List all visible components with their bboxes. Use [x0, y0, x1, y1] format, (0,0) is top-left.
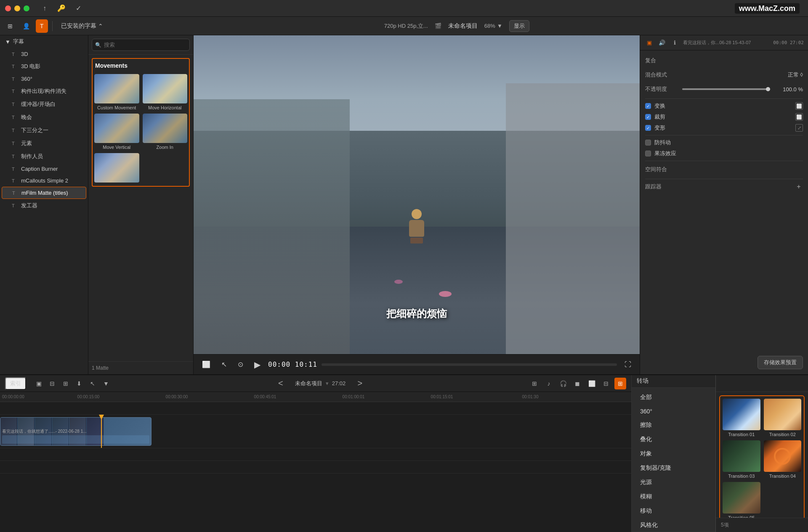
close-button[interactable] — [5, 5, 11, 11]
media-item-zoom-in[interactable]: Zoom In — [143, 114, 188, 150]
media-search-input[interactable] — [92, 39, 190, 51]
transition-item-01[interactable]: Transition 01 — [723, 399, 760, 437]
toolbar-text-btn[interactable]: T — [36, 19, 48, 33]
media-item-label-custom-movement: Custom Movement — [94, 105, 139, 110]
inspector-info-btn[interactable]: ℹ — [670, 38, 680, 48]
sidebar-item-label-appear: 构件出现/构件消失 — [21, 87, 66, 95]
timeline-main: 索引 ▣ ⊟ ⊞ ⬇ ↖ ▼ < 未命名项目 ▾ 27:02 > ⊞ ♪ — [0, 375, 631, 532]
check-button[interactable]: ✓ — [72, 3, 85, 14]
inspector-transform-expand-icon[interactable]: ⬜ — [795, 102, 803, 110]
crop-tool-btn[interactable]: ⬜ — [199, 359, 214, 370]
sidebar-item-appear[interactable]: T 构件出现/构件消失 — [2, 85, 86, 98]
subtitle-selector[interactable]: 已安装的字幕 ⌃ — [57, 19, 107, 33]
timeline-solo-btn[interactable]: ◼ — [571, 378, 583, 389]
timeline-video-btn[interactable]: ⬜ — [586, 378, 598, 389]
toolbar-center: 720p HD 25p,立... 🎬 未命名项目 68% ▼ 显示 — [109, 20, 805, 32]
text-icon-3d-film: T — [12, 64, 18, 69]
timeline-audio-btn[interactable]: ♪ — [543, 378, 555, 389]
inspector-crop-checkbox[interactable] — [645, 114, 651, 120]
sidebar-item-caption-burner[interactable]: T Caption Burner — [2, 163, 86, 175]
media-item-move-vertical[interactable]: Move Vertical — [94, 114, 139, 150]
inspector-blend-mode-label: 混合模式 — [645, 71, 679, 79]
sidebar-item-3d-film[interactable]: T 3D 电影 — [2, 60, 86, 73]
timeline-clip-btn[interactable]: ⊟ — [600, 378, 612, 389]
transition-item-04[interactable]: Transition 04 — [764, 440, 802, 479]
transition-item-02[interactable]: Transition 02 — [764, 399, 802, 437]
timeline-index-btn[interactable]: 索引 — [5, 377, 26, 390]
timeline-view-3-btn[interactable]: ⊞ — [60, 378, 72, 389]
toolbar-face-btn[interactable]: 👤 — [19, 19, 34, 33]
inspector-distort-expand-icon[interactable]: ⤢ — [795, 124, 803, 132]
sidebar-item-party[interactable]: T 晚会 — [2, 111, 86, 124]
sidebar-item-mcallouts[interactable]: T mCallouts Simple 2 — [2, 175, 86, 186]
timeline-tracks-area: 看完这段话，你就想通了......- 2022-06-28 1... — [0, 402, 631, 532]
track-2: 看完这段话，你就想通了......- 2022-06-28 1... — [0, 415, 631, 448]
fullscreen-btn[interactable]: ⛶ — [621, 359, 635, 370]
sidebar-item-staff[interactable]: T 制作人员 — [2, 150, 86, 163]
minimize-button[interactable] — [14, 5, 20, 11]
zoom-control[interactable]: 68% ▼ — [484, 23, 502, 29]
media-item-move-horizontal[interactable]: Move Horizontal — [143, 74, 188, 110]
inspector-video-btn[interactable]: ▣ — [644, 38, 654, 48]
store-effects-btn[interactable]: 存储效果预置 — [758, 356, 803, 369]
inspector-divider-2 — [645, 135, 803, 135]
inspector-freeze-checkbox[interactable] — [645, 151, 651, 156]
transitions-grid-header-spacer — [716, 375, 808, 392]
sidebar-item-buffer[interactable]: T 缓冲器/开场白 — [2, 98, 86, 111]
sidebar-item-360[interactable]: T 360° — [2, 73, 86, 85]
sidebar-item-label-more: 发工器 — [21, 202, 37, 209]
main-video-clip[interactable]: 看完这段话，你就想通了......- 2022-06-28 1... — [0, 417, 152, 446]
motion-tool-btn[interactable]: ⊙ — [234, 359, 247, 370]
watermark: www.MacZ.com — [735, 3, 800, 13]
play-btn[interactable]: ▶ — [251, 358, 264, 371]
inspector-distort-checkbox[interactable] — [645, 125, 651, 131]
transition-item-03[interactable]: Transition 03 — [723, 440, 760, 479]
maximize-button[interactable] — [24, 5, 29, 11]
sidebar-item-label-3d-film: 3D 电影 — [21, 63, 40, 70]
timeline-next-btn[interactable]: > — [354, 378, 366, 389]
text-icon-caption-burner: T — [12, 167, 18, 172]
sidebar-item-element[interactable]: T 元素 — [2, 137, 86, 150]
inspector-freeze-label: 果冻效应 — [654, 150, 676, 157]
timeline-view-dropdown-btn[interactable]: ⬇ — [73, 378, 85, 389]
timeline-headphone-btn[interactable]: 🎧 — [557, 378, 569, 389]
inspector-stabilize-checkbox[interactable] — [645, 140, 651, 146]
sidebar-item-more[interactable]: T 发工器 — [2, 199, 86, 212]
inspector-audio-btn[interactable]: 🔊 — [657, 38, 667, 48]
media-search-area: 🔍 — [88, 35, 193, 55]
inspector-crop-expand-icon[interactable]: ⬜ — [795, 113, 803, 121]
timeline-snap-btn[interactable]: ⊞ — [529, 378, 540, 389]
timeline-transition-btn[interactable]: ⊞ — [614, 378, 626, 389]
ruler-mark-1: 00:00:15:00 — [77, 394, 100, 399]
sidebar-item-lower-third[interactable]: T 下三分之一 — [2, 124, 86, 137]
transition-label-02: Transition 02 — [764, 432, 802, 437]
inspector-tracker-add-btn[interactable]: + — [795, 183, 803, 191]
inspector-icon-group: ▣ 🔊 ℹ — [644, 38, 680, 48]
sidebar-item-3d[interactable]: T 3D — [2, 48, 86, 60]
preview-progress-bar[interactable] — [322, 363, 617, 366]
media-item-5[interactable] — [94, 153, 139, 184]
preview-video: 把细碎的烦恼 — [194, 35, 640, 354]
display-button[interactable]: 显示 — [509, 20, 529, 32]
timeline-select-dropdown-btn[interactable]: ▼ — [100, 378, 112, 389]
share-button[interactable]: ↑ — [38, 3, 51, 14]
inspector-blend-mode-value[interactable]: 正常 ◊ — [679, 71, 803, 79]
inspector-transform-checkbox[interactable] — [645, 103, 651, 109]
timeline-select-btn[interactable]: ↖ — [87, 378, 98, 389]
timeline-view-2-btn[interactable]: ⊟ — [46, 378, 58, 389]
inspector-divider-3 — [645, 161, 803, 161]
media-item-custom-movement[interactable]: Custom Movement — [94, 74, 139, 110]
transition-thumb-03 — [723, 440, 760, 472]
timeline-view-1-btn[interactable]: ▣ — [33, 378, 45, 389]
transitions-grid-content: Transition 01 Transition 02 Transi — [716, 392, 808, 518]
ruler-mark-4: 00:01:00:01 — [343, 394, 365, 399]
transition-item-05[interactable]: Transition 05 — [723, 482, 760, 518]
inspector-opacity-slider[interactable] — [682, 88, 770, 90]
timeline-prev-btn[interactable]: < — [275, 378, 287, 389]
sidebar-item-mfilm-matte[interactable]: T mFilm Matte (titles) — [2, 187, 86, 199]
toolbar-media-btn[interactable]: ⊞ — [3, 19, 17, 33]
key-button[interactable]: 🔑 — [55, 3, 68, 14]
transform-tool-btn[interactable]: ↖ — [218, 359, 230, 370]
inspector-timecode: 00:00 27:02 — [773, 40, 804, 45]
sidebar-root[interactable]: ▼ 字幕 — [0, 35, 88, 48]
